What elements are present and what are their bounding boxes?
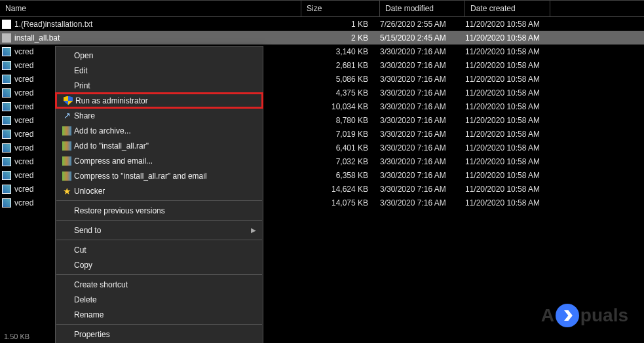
ctx-create-shortcut-label: Create shortcut [74,280,256,289]
ctx-cut[interactable]: Cut [56,242,263,257]
winrar-icon [60,156,74,166]
file-size: 6,358 KB [301,171,380,180]
ctx-copy[interactable]: Copy [56,257,263,272]
file-date-created: 11/20/2020 10:58 AM [465,102,550,111]
ctx-run-as-admin[interactable]: Run as administrator [55,92,263,109]
ctx-unlocker-label: Unlocker [74,187,256,196]
ctx-send-to[interactable]: Send to▶ [56,223,263,238]
ctx-add-to-rar-label: Add to "install_all.rar" [74,141,256,151]
file-type-icon [0,171,13,180]
file-type-icon [0,61,13,70]
file-size: 5,086 KB [301,75,380,84]
ctx-delete[interactable]: Delete [56,292,263,307]
watermark: A puals [541,304,628,327]
file-size: 1 KB [301,20,380,29]
file-date-created: 11/20/2020 10:58 AM [465,185,550,194]
file-size: 7,032 KB [301,157,380,166]
file-size: 14,624 KB [301,185,380,194]
column-header-modified[interactable]: Date modified [380,1,465,16]
file-date-created: 11/20/2020 10:58 AM [465,157,550,166]
file-row[interactable]: install_all.bat2 KB5/15/2020 2:45 AM11/2… [0,31,644,45]
ctx-restore-versions[interactable]: Restore previous versions [56,203,263,218]
ctx-restore-label: Restore previous versions [74,206,256,215]
file-date-created: 11/20/2020 10:58 AM [465,75,550,84]
ctx-unlocker[interactable]: ★Unlocker [56,183,263,198]
separator [56,200,262,201]
column-header-name[interactable]: Name [0,1,301,16]
ctx-print[interactable]: Print [56,78,263,93]
file-type-icon [0,185,13,194]
file-date-modified: 3/30/2020 7:16 AM [380,185,465,194]
ctx-delete-label: Delete [74,295,256,304]
file-type-icon [0,88,13,98]
file-type-icon [0,47,13,56]
file-size: 10,034 KB [301,102,380,111]
ctx-share[interactable]: ↗Share [56,108,263,123]
file-date-created: 11/20/2020 10:58 AM [465,116,550,125]
ctx-copy-label: Copy [74,261,256,270]
ctx-run-as-admin-label: Run as administrator [75,96,255,105]
separator [56,324,262,325]
ctx-add-to-archive[interactable]: Add to archive... [56,123,263,138]
ctx-print-label: Print [74,81,256,90]
star-icon: ★ [60,187,74,196]
ctx-compress-email-label: Compress and email... [74,156,256,166]
ctx-properties[interactable]: Properties [56,327,263,342]
ctx-compress-rar-email[interactable]: Compress to "install_all.rar" and email [56,168,263,183]
winrar-icon [60,172,74,181]
separator [56,220,262,221]
file-explorer: Name Size Date modified Date created 1.(… [0,0,644,343]
separator [56,274,262,275]
winrar-icon [60,141,74,151]
file-date-modified: 3/30/2020 7:16 AM [380,88,465,98]
file-date-created: 11/20/2020 10:58 AM [465,47,550,56]
file-type-icon [0,75,13,84]
file-date-created: 11/20/2020 10:58 AM [465,130,550,139]
file-date-modified: 3/30/2020 7:16 AM [380,116,465,125]
file-size: 4,375 KB [301,88,380,98]
file-size: 7,019 KB [301,130,380,139]
file-type-icon [0,130,13,139]
file-type-icon [0,20,13,29]
ctx-open[interactable]: Open [56,48,263,63]
ctx-add-to-rar[interactable]: Add to "install_all.rar" [56,138,263,153]
file-size: 8,780 KB [301,116,380,125]
file-date-modified: 3/30/2020 7:16 AM [380,130,465,139]
ctx-rename[interactable]: Rename [56,307,263,322]
file-date-created: 11/20/2020 10:58 AM [465,143,550,153]
file-row[interactable]: 1.(Read)installation.txt1 KB7/26/2020 2:… [0,17,644,31]
ctx-cut-label: Cut [74,245,256,255]
file-type-icon [0,157,13,166]
file-date-created: 11/20/2020 10:58 AM [465,20,550,29]
share-icon: ↗ [60,111,74,120]
ctx-edit[interactable]: Edit [56,63,263,78]
file-date-modified: 3/30/2020 7:16 AM [380,143,465,153]
file-size: 2 KB [301,33,380,43]
file-date-modified: 3/30/2020 7:16 AM [380,198,465,208]
file-name: 1.(Read)installation.txt [13,20,301,29]
column-header-size[interactable]: Size [301,1,380,16]
file-date-created: 11/20/2020 10:58 AM [465,88,550,98]
ctx-create-shortcut[interactable]: Create shortcut [56,277,263,292]
file-date-modified: 3/30/2020 7:16 AM [380,61,465,70]
file-size: 6,401 KB [301,143,380,153]
file-date-created: 11/20/2020 10:58 AM [465,171,550,180]
file-size: 3,140 KB [301,47,380,56]
status-bar: 1.50 KB [4,333,29,340]
watermark-text-pre: A [541,305,554,326]
ctx-edit-label: Edit [74,66,256,75]
shield-icon [61,96,75,105]
file-type-icon [0,102,13,111]
file-name: install_all.bat [13,33,301,43]
column-header-row: Name Size Date modified Date created [0,0,644,17]
file-date-created: 11/20/2020 10:58 AM [465,198,550,208]
file-type-icon [0,116,13,125]
file-size: 14,075 KB [301,198,380,208]
ctx-compress-email[interactable]: Compress and email... [56,153,263,168]
column-header-created[interactable]: Date created [465,1,550,16]
ctx-compress-rar-email-label: Compress to "install_all.rar" and email [74,172,256,181]
watermark-badge-icon [556,304,579,327]
file-date-created: 11/20/2020 10:58 AM [465,33,550,43]
file-date-modified: 3/30/2020 7:16 AM [380,75,465,84]
watermark-text-post: puals [580,305,628,326]
